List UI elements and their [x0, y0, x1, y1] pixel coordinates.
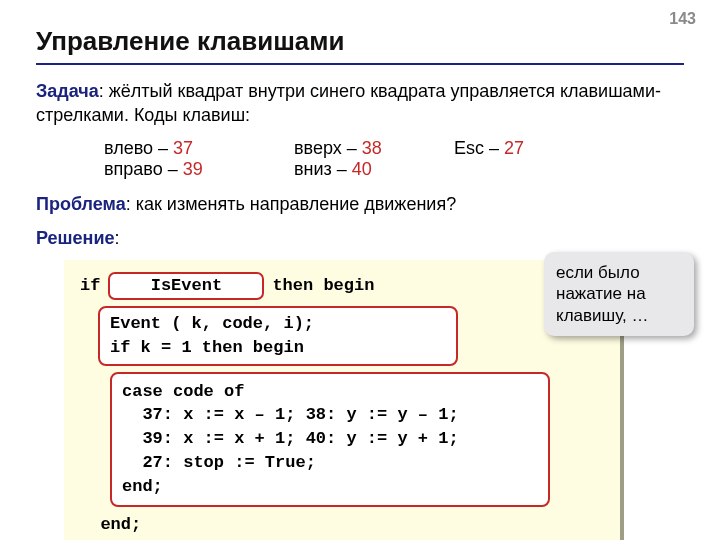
problem-text: : как изменять направление движения? — [126, 194, 456, 214]
code-line-if: if IsEvent then begin — [80, 272, 604, 300]
page-number: 143 — [669, 10, 696, 28]
solution-label: Решение — [36, 228, 115, 248]
isevent-pill: IsEvent — [108, 272, 264, 300]
task-label: Задача — [36, 81, 99, 101]
case-block: case code of 37: x := x – 1; 38: y := y … — [110, 372, 550, 507]
code-end-inner: end; — [80, 513, 604, 537]
key-row-1: влево – 37 вверх – 38 Esc – 27 — [36, 138, 684, 159]
problem-label: Проблема — [36, 194, 126, 214]
key-row-2: вправо – 39 вниз – 40 — [36, 159, 684, 180]
code-end-outer: end; — [80, 536, 604, 540]
task-paragraph: Задача: жёлтый квадрат внутри синего ква… — [36, 79, 684, 128]
event-block: Event ( k, code, i); if k = 1 then begin — [98, 306, 458, 366]
callout-box: если было нажатие на клавишу, … — [544, 252, 694, 336]
title-underline — [36, 63, 684, 65]
page-title: Управление клавишами — [36, 26, 684, 57]
problem-paragraph: Проблема: как изменять направление движе… — [36, 192, 684, 216]
code-block: if IsEvent then begin Event ( k, code, i… — [64, 260, 624, 540]
task-text: : жёлтый квадрат внутри синего квадрата … — [36, 81, 661, 125]
solution-paragraph: Решение: — [36, 226, 684, 250]
